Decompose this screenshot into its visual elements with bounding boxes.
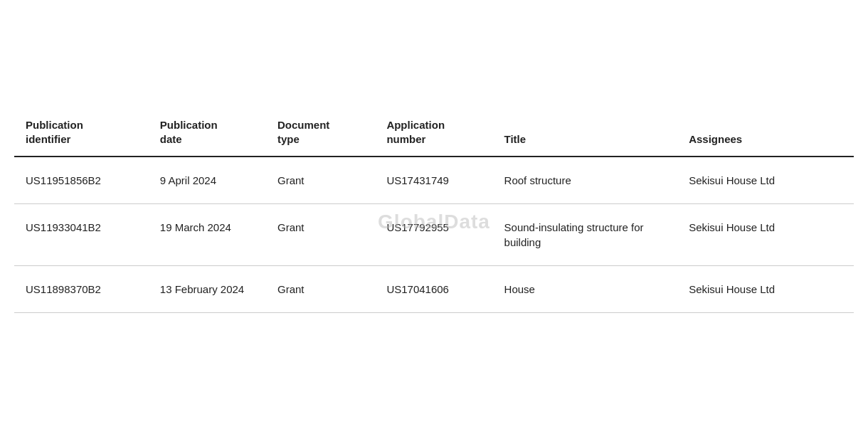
- cell-doc_type: Grant: [266, 266, 375, 313]
- cell-doc_type: Grant: [266, 204, 375, 266]
- cell-app_num: US17431749: [375, 157, 492, 204]
- cell-assignees: Sekisui House Ltd: [677, 157, 854, 204]
- cell-assignees: Sekisui House Ltd: [677, 266, 854, 313]
- table-row: US11933041B219 March 2024GrantUS17792955…: [14, 204, 854, 266]
- cell-doc_type: Grant: [266, 157, 375, 204]
- cell-assignees: Sekisui House Ltd: [677, 204, 854, 266]
- col-header-doc-type: Documenttype: [266, 111, 375, 157]
- table-row: US11898370B213 February 2024GrantUS17041…: [14, 266, 854, 313]
- table-row: US11951856B29 April 2024GrantUS17431749R…: [14, 157, 854, 204]
- col-header-app-num: Applicationnumber: [375, 111, 492, 157]
- cell-pub_id: US11898370B2: [14, 266, 149, 313]
- cell-pub_id: US11933041B2: [14, 204, 149, 266]
- table-header-row: Publicationidentifier Publicationdate Do…: [14, 111, 854, 157]
- cell-pub_date: 13 February 2024: [149, 266, 266, 313]
- cell-pub_id: US11951856B2: [14, 157, 149, 204]
- patents-table: Publicationidentifier Publicationdate Do…: [14, 111, 854, 313]
- cell-title: Roof structure: [493, 157, 678, 204]
- cell-title: Sound-insulating structure for building: [493, 204, 678, 266]
- cell-pub_date: 19 March 2024: [149, 204, 266, 266]
- cell-pub_date: 9 April 2024: [149, 157, 266, 204]
- cell-app_num: US17792955: [375, 204, 492, 266]
- col-header-title: Title: [493, 111, 678, 157]
- col-header-pub-date: Publicationdate: [149, 111, 266, 157]
- table-container: GlobalData Publicationidentifier Publica…: [14, 111, 854, 313]
- cell-title: House: [493, 266, 678, 313]
- col-header-assignees: Assignees: [677, 111, 854, 157]
- cell-app_num: US17041606: [375, 266, 492, 313]
- col-header-pub-id: Publicationidentifier: [14, 111, 149, 157]
